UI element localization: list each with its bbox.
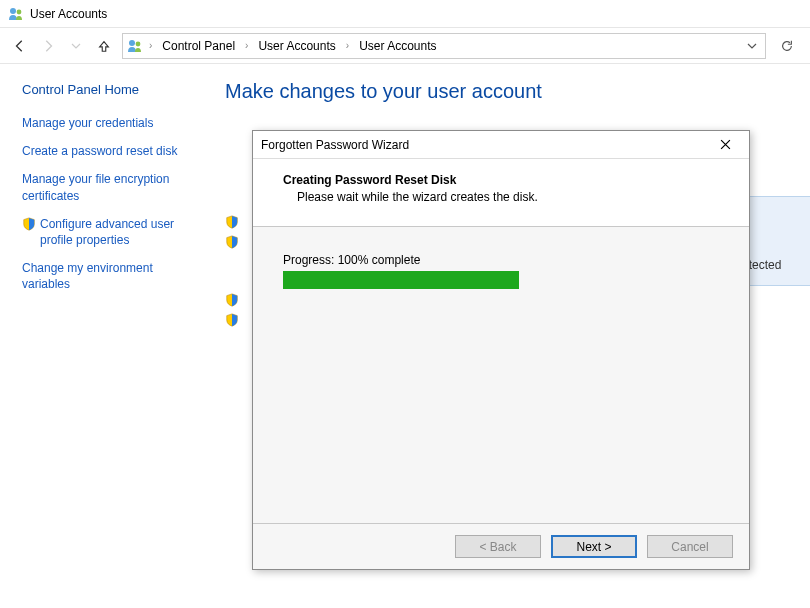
next-button[interactable]: Next >: [551, 535, 637, 558]
sidebar-link-label: Create a password reset disk: [22, 143, 177, 159]
sidebar-link-env-vars[interactable]: Change my environment variables: [22, 260, 201, 292]
shield-icon: [225, 313, 239, 327]
refresh-button[interactable]: [774, 33, 800, 59]
sidebar-link-reset-disk[interactable]: Create a password reset disk: [22, 143, 201, 159]
svg-point-3: [136, 41, 141, 46]
dialog-header-section: Creating Password Reset Disk Please wait…: [253, 159, 749, 227]
dialog-title-bar[interactable]: Forgotten Password Wizard: [253, 131, 749, 159]
window-title: User Accounts: [30, 7, 107, 21]
sidebar-link-encryption[interactable]: Manage your file encryption certificates: [22, 171, 201, 203]
shield-icon: [22, 217, 36, 231]
breadcrumb-item[interactable]: Control Panel: [158, 37, 239, 55]
dialog-progress-section: Progress: 100% complete: [253, 227, 749, 315]
sidebar: Control Panel Home Manage your credentia…: [0, 64, 215, 608]
shield-icon-group: [225, 214, 239, 248]
back-button[interactable]: [10, 36, 30, 56]
back-button[interactable]: < Back: [455, 535, 541, 558]
cancel-button[interactable]: Cancel: [647, 535, 733, 558]
sidebar-link-label: Manage your credentials: [22, 115, 153, 131]
sidebar-link-profile-props[interactable]: Configure advanced user profile properti…: [22, 216, 201, 248]
chevron-right-icon: ›: [145, 40, 156, 51]
breadcrumb[interactable]: › Control Panel › User Accounts › User A…: [122, 33, 766, 59]
shield-icon-group: [225, 292, 239, 326]
page-title: Make changes to your user account: [225, 80, 810, 103]
chevron-right-icon: ›: [241, 40, 252, 51]
forward-button[interactable]: [38, 36, 58, 56]
svg-point-1: [17, 9, 22, 14]
nav-bar: › Control Panel › User Accounts › User A…: [0, 28, 810, 64]
shield-icon: [225, 215, 239, 229]
user-accounts-icon: [127, 38, 143, 54]
up-button[interactable]: [94, 36, 114, 56]
control-panel-home-link[interactable]: Control Panel Home: [22, 82, 201, 97]
recent-dropdown[interactable]: [66, 36, 86, 56]
shield-icon: [225, 293, 239, 307]
chevron-right-icon: ›: [342, 40, 353, 51]
title-bar: User Accounts: [0, 0, 810, 28]
close-icon: [720, 139, 731, 150]
sidebar-link-label: Manage your file encryption certificates: [22, 171, 201, 203]
progress-bar: [283, 271, 519, 289]
close-button[interactable]: [709, 135, 741, 155]
user-accounts-icon: [8, 6, 24, 22]
sidebar-link-credentials[interactable]: Manage your credentials: [22, 115, 201, 131]
dialog-body: Creating Password Reset Disk Please wait…: [253, 159, 749, 523]
dialog-subtext: Please wait while the wizard creates the…: [283, 190, 723, 204]
breadcrumb-item[interactable]: User Accounts: [254, 37, 339, 55]
svg-point-2: [129, 40, 135, 46]
shield-icon: [225, 235, 239, 249]
dialog-title: Forgotten Password Wizard: [261, 138, 409, 152]
sidebar-link-label: Configure advanced user profile properti…: [40, 216, 201, 248]
progress-label: Progress: 100% complete: [283, 253, 719, 267]
forgotten-password-wizard-dialog: Forgotten Password Wizard Creating Passw…: [252, 130, 750, 570]
dialog-footer: < Back Next > Cancel: [253, 523, 749, 569]
breadcrumb-item[interactable]: User Accounts: [355, 37, 440, 55]
breadcrumb-dropdown[interactable]: [743, 41, 761, 51]
sidebar-link-label: Change my environment variables: [22, 260, 201, 292]
dialog-heading: Creating Password Reset Disk: [283, 173, 723, 187]
svg-point-0: [10, 8, 16, 14]
